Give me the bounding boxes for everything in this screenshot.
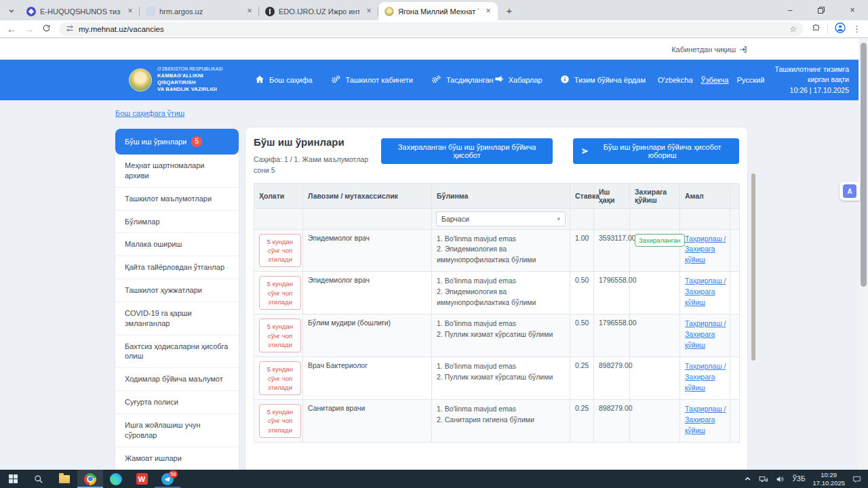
header-right-nav: Хабарлар Тизим бўйича ёрдам <box>494 75 646 85</box>
divider <box>827 24 828 34</box>
url-text[interactable]: my.mehnat.uz/vacancies <box>79 25 785 33</box>
language-option[interactable]: Ўзбекча <box>701 76 729 84</box>
taskbar-search-button[interactable] <box>26 470 52 488</box>
browser-tab-strip: E-HUQUQSHUNOS тизими × hrm.argos.uz × ED… <box>0 0 868 20</box>
action-cell: Таҳрирлаш / Захирага қўйиш <box>680 357 730 400</box>
sidebar-item-label: Бўш иш ўринлари <box>125 137 186 147</box>
sidebar-item[interactable]: Қайта тайёрловдан ўтганлар <box>115 256 239 279</box>
close-button[interactable]: × <box>837 0 868 20</box>
tab-strip-tabs: E-HUQUQSHUNOS тизими × hrm.argos.uz × ED… <box>20 0 498 20</box>
edit-reserve-link[interactable]: Таҳрирлаш / Захирага қўйиш <box>685 404 727 436</box>
tab-close-icon[interactable]: × <box>363 6 374 17</box>
tab-close-icon[interactable]: × <box>483 6 494 17</box>
language-option[interactable]: Русский <box>736 76 764 84</box>
speaker-icon[interactable] <box>776 475 785 483</box>
url-field[interactable]: my.mehnat.uz/vacancies ☆ <box>59 22 804 36</box>
page-scrollbar[interactable] <box>859 39 868 470</box>
tab-close-icon[interactable]: × <box>244 6 255 17</box>
header-nav-item[interactable]: Тасдиқланган <box>431 75 494 86</box>
new-tab-button[interactable]: + <box>500 1 518 19</box>
logout-link[interactable]: Кабинетдан чиқиш <box>671 45 747 54</box>
taskbar: W 58 ЎЗБ 10:29 17.10.2025 <box>0 470 868 488</box>
sidebar-item[interactable]: Бўлимлар <box>115 211 239 234</box>
browser-tab[interactable]: hrm.argos.uz × <box>140 2 259 20</box>
edge-button[interactable] <box>103 470 129 488</box>
sidebar-item[interactable]: Меҳнат шартномалари архиви <box>115 155 239 188</box>
sidebar-item[interactable]: Ташкилот ҳужжатлари <box>115 279 239 302</box>
nav-item-label: Тасдиқланган <box>446 76 494 84</box>
bookmark-star-icon[interactable]: ☆ <box>789 24 797 34</box>
profile-avatar[interactable] <box>835 22 846 36</box>
sidebar-item[interactable]: Малака ошириш <box>115 233 239 256</box>
taskbar-clock[interactable]: 10:29 17.10.2025 <box>812 471 845 487</box>
language-option[interactable]: O'zbekcha <box>658 76 693 84</box>
forward-icon[interactable]: → <box>24 24 34 35</box>
edit-reserve-link[interactable]: Таҳрирлаш / Захирага қўйиш <box>685 319 727 350</box>
sidebar-item-label: Бахтсиз ҳодисаларни ҳисобга олиш <box>125 342 229 362</box>
browser-tab[interactable]: EDO.IJRO.UZ Ижро интизоми × <box>259 2 378 20</box>
telegram-button[interactable]: 58 <box>155 470 180 488</box>
sidebar-item[interactable]: Суғурта полиси <box>115 391 239 414</box>
reload-icon[interactable] <box>42 23 51 35</box>
file-explorer-button[interactable] <box>52 470 77 488</box>
tab-close-icon[interactable]: × <box>125 6 136 17</box>
search-icon <box>34 474 43 484</box>
browser-tab[interactable]: E-HUQUQSHUNOS тизими × <box>20 2 140 20</box>
extra-cell <box>730 357 740 400</box>
browser-menu-icon[interactable]: ⋮ <box>852 24 861 34</box>
chrome-button[interactable] <box>77 470 103 488</box>
sidebar-item[interactable]: Бўш иш ўринлари 5 <box>115 129 239 155</box>
ministry-brand: O'ZBEKISTON RESPUBLIKASI KAMBAG'ALLIKNI … <box>129 66 228 93</box>
table-row: 5 кундан сўнг чоп этилади Эпидемиолог вр… <box>254 229 740 272</box>
header-nav: Бош саҳифа Ташкилот кабинети Тасдиқланга… <box>255 75 494 86</box>
col-extra <box>730 183 740 208</box>
sidebar-item[interactable]: Ходимлар бўйича маълумот <box>115 368 239 391</box>
home-page-link[interactable]: Бош саҳифага ўтиш <box>115 109 184 117</box>
department-cell: 1. Bo'linma mavjud emas 2. Эпидемиология… <box>432 272 570 314</box>
logout-label: Кабинетдан чиқиш <box>671 45 736 54</box>
position-cell: Бўлим мудири (бошлиғи) <box>303 314 432 357</box>
sidebar-item[interactable]: Жамоат ишлари <box>115 447 239 470</box>
sidebar-item[interactable]: Ишга жойлашиш учун сўровлар <box>115 414 239 447</box>
header-nav-item[interactable]: Тизим бўйича ёрдам <box>560 75 646 85</box>
header-nav-item[interactable]: Бош саҳифа <box>255 75 313 85</box>
tab-title: E-HUQUQSHUNOS тизими <box>40 7 121 16</box>
sidebar-item-label: Қайта тайёрловдан ўтганлар <box>125 262 224 272</box>
keyboard-language-indicator[interactable]: ЎЗБ <box>792 475 805 483</box>
sidebar-item[interactable]: Ташкилот маълумотлари <box>115 188 239 211</box>
gears-icon <box>431 75 441 86</box>
table-scrollbar[interactable] <box>751 174 755 361</box>
send-report-button[interactable]: Бўш иш ўринлари бўйича ҳисобот юбориш <box>573 138 739 164</box>
translate-icon: A <box>843 184 856 198</box>
department-filter-select[interactable]: Барчаси ▾ <box>436 211 566 226</box>
edo-favicon <box>265 7 275 16</box>
reserve-cell: Захираланган <box>630 229 680 272</box>
tab-search-chevron-icon[interactable] <box>4 3 19 18</box>
page-scrollbar-thumb[interactable] <box>861 43 867 287</box>
wps-button[interactable]: W <box>129 470 155 488</box>
sidebar-item[interactable]: COVID-19 га қарши эмланганлар <box>115 302 239 336</box>
sidebar-item[interactable]: Бахтсиз ҳодисаларни ҳисобга олиш <box>115 336 239 369</box>
minimize-button[interactable]: – <box>774 0 806 20</box>
back-icon[interactable]: ← <box>7 24 16 35</box>
extensions-icon[interactable] <box>812 23 821 35</box>
edit-reserve-link[interactable]: Таҳрирлаш / Захирага қўйиш <box>685 234 727 266</box>
chevron-up-icon[interactable] <box>744 475 751 483</box>
restore-button[interactable] <box>806 0 837 20</box>
network-icon[interactable] <box>759 475 768 483</box>
edit-reserve-link[interactable]: Таҳрирлаш / Захирага қўйиш <box>685 276 727 308</box>
ministry-name: O'ZBEKISTON RESPUBLIKASI KAMBAG'ALLIKNI … <box>157 66 228 93</box>
browser-tab[interactable]: Ягона Миллий Мехнат Тизими × <box>378 2 498 20</box>
translate-widget[interactable]: A <box>840 182 860 201</box>
salary-cell: 1796558.00 <box>594 272 630 314</box>
reserved-report-button[interactable]: Захираланган бўш иш ўринлари бўйича ҳисо… <box>381 138 553 164</box>
edit-reserve-link[interactable]: Таҳрирлаш / Захирага қўйиш <box>685 361 727 393</box>
notification-center-icon[interactable] <box>852 475 861 483</box>
start-button[interactable] <box>0 470 26 488</box>
extra-cell <box>730 272 740 314</box>
table-row: 5 кундан сўнг чоп этилади Врач Бактериол… <box>254 357 740 400</box>
header-nav-item[interactable]: Ташкилот кабинети <box>330 75 413 86</box>
site-settings-icon[interactable] <box>66 23 74 35</box>
col-position: Лавозим / мутахассислик <box>303 183 432 208</box>
header-nav-item[interactable]: Хабарлар <box>494 75 542 85</box>
